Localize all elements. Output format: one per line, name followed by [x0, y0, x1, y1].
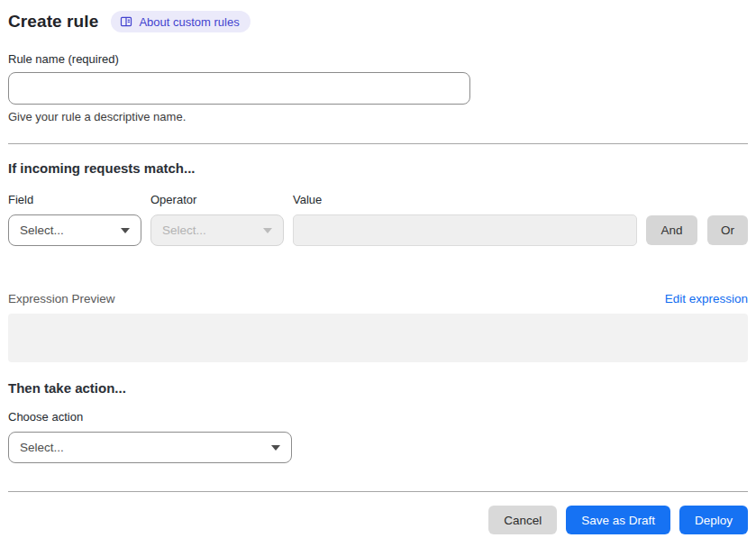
value-column: Value: [293, 193, 637, 246]
operator-select: Select...: [150, 214, 284, 246]
or-button[interactable]: Or: [707, 215, 748, 245]
value-label: Value: [293, 193, 637, 206]
rule-name-input[interactable]: [8, 72, 470, 105]
divider: [8, 491, 748, 492]
match-section-heading: If incoming requests match...: [8, 160, 748, 176]
expression-preview-label: Expression Preview: [8, 292, 115, 305]
field-select-value: Select...: [20, 223, 64, 237]
action-section-heading: Then take action...: [8, 380, 748, 396]
expression-header-row: Expression Preview Edit expression: [8, 292, 748, 305]
choose-action-select-value: Select...: [20, 441, 64, 454]
book-icon: [120, 15, 132, 28]
match-condition-row: Field Select... Operator Select... Value…: [8, 193, 748, 246]
caret-down-icon: [121, 228, 130, 233]
choose-action-select[interactable]: Select...: [8, 432, 292, 463]
field-select[interactable]: Select...: [8, 214, 141, 246]
cancel-button[interactable]: Cancel: [488, 506, 557, 534]
create-rule-page: Create rule About custom rules Rule name…: [0, 0, 756, 538]
caret-down-icon: [271, 445, 280, 451]
field-column: Field Select...: [8, 193, 141, 246]
operator-select-value: Select...: [162, 223, 206, 237]
caret-down-icon: [263, 228, 272, 233]
rule-name-helper: Give your rule a descriptive name.: [8, 110, 748, 123]
footer-actions: Cancel Save as Draft Deploy: [8, 506, 748, 534]
operator-column: Operator Select...: [150, 193, 284, 246]
choose-action-label: Choose action: [8, 410, 748, 424]
about-custom-rules-badge[interactable]: About custom rules: [111, 11, 250, 32]
save-as-draft-button[interactable]: Save as Draft: [566, 506, 670, 534]
badge-label: About custom rules: [139, 16, 239, 28]
rule-name-label: Rule name (required): [8, 52, 748, 66]
page-title: Create rule: [8, 12, 98, 32]
edit-expression-link[interactable]: Edit expression: [665, 292, 748, 305]
field-label: Field: [8, 193, 141, 206]
value-input: [293, 214, 637, 246]
expression-preview-box: [8, 314, 748, 362]
page-header: Create rule About custom rules: [8, 8, 748, 32]
divider: [8, 143, 748, 144]
operator-label: Operator: [150, 193, 284, 206]
and-button[interactable]: And: [646, 215, 697, 245]
deploy-button[interactable]: Deploy: [679, 506, 748, 534]
